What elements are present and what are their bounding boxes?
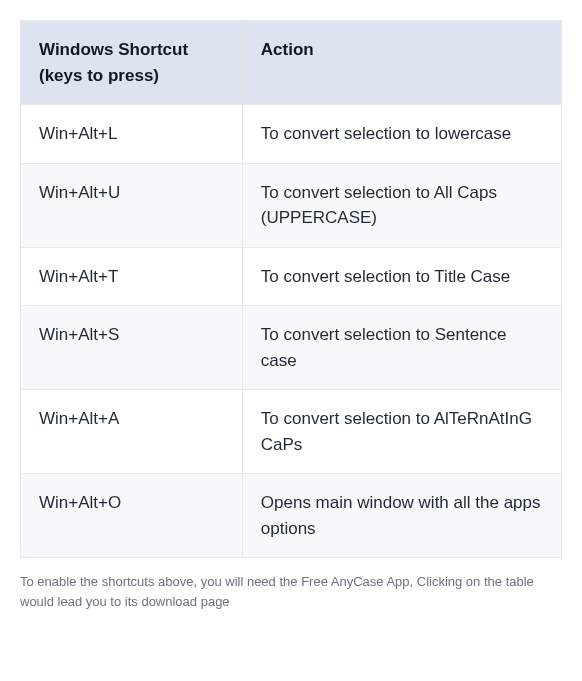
cell-shortcut: Win+Alt+O xyxy=(21,474,243,558)
cell-shortcut: Win+Alt+U xyxy=(21,163,243,247)
header-action: Action xyxy=(242,21,561,105)
header-shortcut: Windows Shortcut (keys to press) xyxy=(21,21,243,105)
table-row: Win+Alt+T To convert selection to Title … xyxy=(21,247,562,306)
cell-shortcut: Win+Alt+L xyxy=(21,105,243,164)
cell-action: To convert selection to AlTeRnAtInG CaPs xyxy=(242,390,561,474)
shortcuts-table[interactable]: Windows Shortcut (keys to press) Action … xyxy=(20,20,562,558)
cell-action: To convert selection to lowercase xyxy=(242,105,561,164)
table-row: Win+Alt+U To convert selection to All Ca… xyxy=(21,163,562,247)
cell-action: To convert selection to All Caps (UPPERC… xyxy=(242,163,561,247)
table-header-row: Windows Shortcut (keys to press) Action xyxy=(21,21,562,105)
table-row: Win+Alt+A To convert selection to AlTeRn… xyxy=(21,390,562,474)
cell-action: To convert selection to Sentence case xyxy=(242,306,561,390)
table-row: Win+Alt+L To convert selection to lowerc… xyxy=(21,105,562,164)
cell-shortcut: Win+Alt+T xyxy=(21,247,243,306)
cell-action: Opens main window with all the apps opti… xyxy=(242,474,561,558)
cell-action: To convert selection to Title Case xyxy=(242,247,561,306)
cell-shortcut: Win+Alt+S xyxy=(21,306,243,390)
table-row: Win+Alt+O Opens main window with all the… xyxy=(21,474,562,558)
table-row: Win+Alt+S To convert selection to Senten… xyxy=(21,306,562,390)
cell-shortcut: Win+Alt+A xyxy=(21,390,243,474)
table-caption: To enable the shortcuts above, you will … xyxy=(20,572,562,612)
